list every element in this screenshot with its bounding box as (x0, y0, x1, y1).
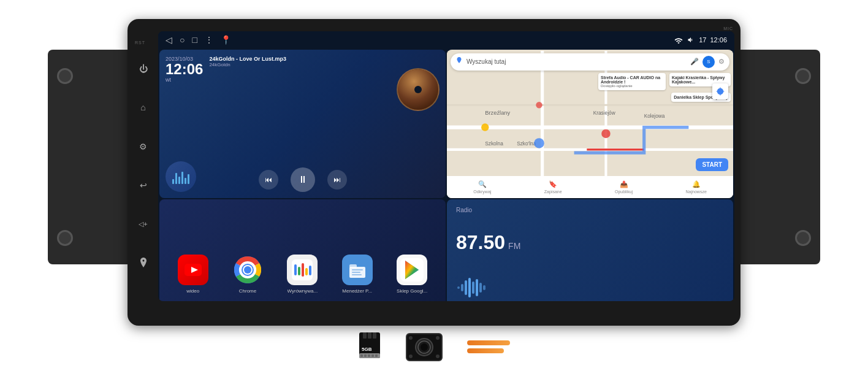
location-pin-button[interactable] (137, 256, 150, 270)
radio-panel: Radio 87.50 FM (447, 199, 733, 301)
clips-icon (467, 340, 510, 353)
car-unit: MIC RST ⏻ ⌂ ⚙ ↩ ◁+ ◁ ○ □ ⋮ (128, 19, 740, 362)
nav-icons: ◁ ○ □ ⋮ 📍 (166, 35, 231, 45)
svg-point-60 (421, 343, 428, 351)
map-search-pin-icon (455, 56, 463, 67)
album-center (414, 86, 422, 93)
mic-label: MIC (723, 26, 733, 31)
svg-rect-24 (294, 264, 297, 275)
map-nav-icon[interactable]: 📍 (221, 35, 231, 45)
svg-point-22 (244, 266, 251, 274)
album-art (397, 68, 440, 111)
odkrywaj-icon: 🔍 (478, 180, 487, 188)
svg-rect-54 (371, 354, 374, 357)
music-panel: 2023/10/03 12:06 wt 24kGoldn - Love Or L… (159, 50, 446, 199)
volume-button[interactable]: ◁+ (137, 217, 150, 231)
radio-label: Radio (456, 207, 724, 213)
track-info: 24kGoldn - Love Or Lust.mp3 24kGoldn (209, 56, 440, 67)
svg-rect-32 (352, 269, 363, 270)
app-wyrownywanie-label: Wyrównywa... (287, 288, 318, 294)
bracket-right (734, 50, 820, 264)
app-chrome-icon (232, 255, 263, 285)
back-nav-icon[interactable]: ◁ (166, 35, 172, 45)
music-day: wt (166, 77, 203, 83)
settings-button[interactable]: ⚙ (137, 140, 150, 153)
map-user-avatar[interactable]: S (702, 56, 715, 68)
app-wyrownywanie-icon (287, 255, 318, 285)
clip-bar-2 (467, 348, 504, 353)
date-time: 2023/10/03 12:06 wt (166, 56, 203, 83)
map-info-title-1: Kajaki Krasiеńka - Spływy Kajakowe... (672, 75, 728, 84)
recent-nav-icon[interactable]: □ (192, 35, 197, 45)
eq-bar (181, 172, 183, 184)
najnowsze-icon: 🔔 (692, 180, 701, 188)
app-wideo-icon (178, 255, 208, 285)
svg-rect-33 (352, 272, 360, 273)
svg-text:Szko'lna: Szko'lna (517, 140, 536, 146)
clock: 12:06 (710, 36, 727, 44)
app-wideo[interactable]: wideo (178, 255, 208, 294)
menu-nav-icon[interactable]: ⋮ (205, 35, 213, 45)
map-mic-icon[interactable]: 🎤 (690, 58, 699, 66)
camera-icon (406, 332, 443, 362)
radio-freq-number: 87.50 (456, 231, 505, 254)
zapisane-label: Zapisane (544, 190, 562, 194)
svg-rect-25 (298, 267, 300, 275)
svg-rect-47 (363, 332, 367, 339)
svg-rect-41 (468, 278, 471, 297)
app-chrome[interactable]: Chrome (232, 255, 263, 294)
map-settings-icon[interactable]: ⚙ (718, 58, 725, 66)
home-button[interactable]: ⌂ (137, 101, 150, 114)
opublikuj-label: Opublikuj (615, 190, 633, 194)
eq-bar (185, 178, 186, 184)
app-wideo-label: wideo (186, 288, 199, 294)
equalizer-icon[interactable] (166, 161, 196, 192)
svg-text:5GB: 5GB (362, 347, 372, 352)
eq-bar (188, 174, 189, 184)
side-controls: ⏻ ⌂ ⚙ ↩ ◁+ (132, 50, 154, 283)
home-nav-icon[interactable]: ○ (180, 35, 185, 45)
app-sklep-label: Sklep Googl... (397, 288, 427, 294)
prev-button[interactable]: ⏮ (259, 170, 278, 190)
map-info-title-3: Strefa Audio - CAR AUDIO na Androidzie ! (601, 75, 663, 84)
app-wyrownywanie[interactable]: Wyrównywa... (287, 255, 318, 294)
power-button[interactable]: ⏻ (137, 62, 150, 75)
map-nav-opublikuj[interactable]: 📤 Opublikuj (615, 180, 633, 194)
radio-waveform (456, 274, 724, 299)
map-start-button[interactable]: START (696, 158, 728, 171)
radio-band: FM (508, 241, 520, 251)
main-screen: ◁ ○ □ ⋮ 📍 17 12:06 (158, 31, 734, 301)
map-nav-najnowsze[interactable]: 🔔 Najnowsze (686, 180, 707, 194)
svg-rect-48 (368, 332, 371, 339)
svg-rect-34 (352, 274, 362, 275)
eq-bar (175, 173, 177, 184)
back-button[interactable]: ↩ (137, 178, 150, 192)
svg-point-62 (436, 336, 440, 340)
play-pause-button[interactable]: ⏸ (291, 167, 315, 192)
track-artist: 24kGoldn (209, 62, 440, 67)
wifi-icon (674, 36, 683, 44)
eq-bar (172, 179, 174, 184)
status-bar-right: 17 12:06 (674, 36, 727, 44)
svg-rect-26 (302, 263, 304, 277)
svg-point-63 (409, 354, 413, 358)
music-time: 12:06 (166, 62, 203, 77)
next-button[interactable]: ⏭ (327, 170, 347, 190)
status-bar: ◁ ○ □ ⋮ 📍 17 12:06 (158, 31, 734, 48)
accessories: 5GB (342, 332, 526, 362)
clip-bar-1 (467, 340, 510, 345)
app-menedzer[interactable]: Menedżer P... (342, 255, 373, 294)
app-sklep[interactable]: Sklep Googl... (397, 255, 427, 294)
map-nav-odkrywaj[interactable]: 🔍 Odkrywaj (473, 180, 491, 194)
map-location-button[interactable] (712, 83, 728, 99)
svg-rect-53 (368, 354, 370, 357)
map-nav-zapisane[interactable]: 🔖 Zapisane (544, 180, 562, 194)
svg-rect-43 (476, 279, 478, 296)
svg-rect-49 (373, 332, 376, 339)
svg-rect-38 (457, 286, 460, 289)
volume-level: 17 (699, 36, 706, 44)
zapisane-icon: 🔖 (549, 180, 557, 188)
svg-rect-52 (364, 354, 367, 357)
map-search-bar[interactable]: Wyszukaj tutaj 🎤 S ⚙ (451, 53, 729, 71)
map-info-box-3: Strefa Audio - CAR AUDIO na Androidzie !… (598, 73, 666, 90)
